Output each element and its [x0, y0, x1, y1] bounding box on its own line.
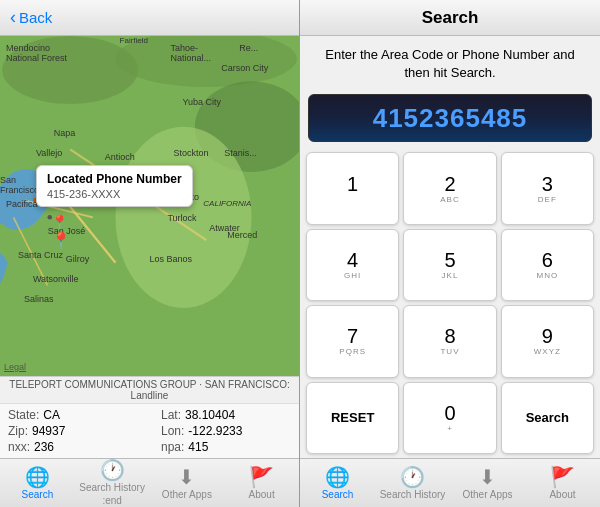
map-popup: Located Phone Number 415-236-XXXX [36, 165, 193, 207]
left-tab-search[interactable]: 🌐 Search [0, 459, 75, 507]
popup-title: Located Phone Number [47, 172, 182, 186]
left-tab-about-icon: 🚩 [249, 467, 274, 487]
back-label: Back [19, 9, 52, 26]
key-0[interactable]: 0 + [403, 382, 496, 454]
map-info-bar: TELEPORT COMMUNICATIONS GROUP · SAN FRAN… [0, 376, 299, 403]
key-9[interactable]: 9 WXYZ [501, 305, 594, 377]
left-tab-about-label: About [249, 489, 275, 500]
zip-label: Zip: [8, 424, 28, 438]
lon-value: -122.9233 [188, 424, 242, 438]
left-tab-otherapps-icon: ⬇ [178, 467, 195, 487]
right-tab-otherapps[interactable]: ⬇ Other Apps [450, 459, 525, 507]
data-row-2: Zip: 94937 Lon: -122.9233 [8, 424, 291, 438]
data-col-nxx: nxx: 236 [8, 440, 138, 454]
numpad: 1 2 ABC 3 DEF 4 GHI 5 JKL 6 MNO 7 PQRS [300, 148, 600, 458]
data-col-state: State: CA [8, 408, 138, 422]
map-pin: 📍 [51, 213, 61, 227]
map-header: ‹ Back [0, 0, 299, 36]
right-tab-otherapps-icon: ⬇ [479, 467, 496, 487]
key-1[interactable]: 1 [306, 152, 399, 224]
left-tab-history-label: Search History [79, 482, 145, 493]
back-button[interactable]: ‹ Back [10, 7, 52, 28]
search-prompt: Enter the Area Code or Phone Number and … [300, 36, 600, 88]
right-tab-otherapps-label: Other Apps [462, 489, 512, 500]
key-7[interactable]: 7 PQRS [306, 305, 399, 377]
left-tab-otherapps[interactable]: ⬇ Other Apps [150, 459, 225, 507]
map-data-grid: State: CA Lat: 38.10404 Zip: 94937 Lon: … [0, 403, 299, 458]
right-tab-about-icon: 🚩 [550, 467, 575, 487]
phone-display: 4152365485 [308, 94, 592, 142]
data-col-lon: Lon: -122.9233 [161, 424, 291, 438]
popup-subtitle: 415-236-XXXX [47, 188, 182, 200]
right-tab-search[interactable]: 🌐 Search [300, 459, 375, 507]
left-tab-history[interactable]: 🕐 Search History :end [75, 459, 150, 507]
zip-value: 94937 [32, 424, 65, 438]
key-6[interactable]: 6 MNO [501, 229, 594, 301]
npa-value: 415 [188, 440, 208, 454]
data-row-1: State: CA Lat: 38.10404 [8, 408, 291, 422]
key-2[interactable]: 2 ABC [403, 152, 496, 224]
right-tab-history[interactable]: 🕐 Search History [375, 459, 450, 507]
back-chevron-icon: ‹ [10, 7, 16, 28]
right-tab-about-label: About [549, 489, 575, 500]
phone-number: 4152365485 [373, 103, 528, 134]
data-col-npa: npa: 415 [161, 440, 291, 454]
right-tab-bar: 🌐 Search 🕐 Search History ⬇ Other Apps 🚩… [300, 458, 600, 507]
map-area[interactable]: MendocinoNational Forest Tahoe-National.… [0, 36, 299, 376]
left-tab-about[interactable]: 🚩 About [224, 459, 299, 507]
right-panel: Search Enter the Area Code or Phone Numb… [300, 0, 600, 507]
state-value: CA [43, 408, 60, 422]
left-tab-otherapps-label: Other Apps [162, 489, 212, 500]
nxx-value: 236 [34, 440, 54, 454]
key-3[interactable]: 3 DEF [501, 152, 594, 224]
npa-label: npa: [161, 440, 184, 454]
data-col-lat: Lat: 38.10404 [161, 408, 291, 422]
data-col-zip: Zip: 94937 [8, 424, 138, 438]
lat-label: Lat: [161, 408, 181, 422]
right-tab-about[interactable]: 🚩 About [525, 459, 600, 507]
right-tab-search-label: Search [322, 489, 354, 500]
right-tab-history-icon: 🕐 [400, 467, 425, 487]
data-row-3: nxx: 236 npa: 415 [8, 440, 291, 454]
lon-label: Lon: [161, 424, 184, 438]
left-panel: ‹ Back [0, 0, 300, 507]
key-reset[interactable]: RESET [306, 382, 399, 454]
key-4[interactable]: 4 GHI [306, 229, 399, 301]
lat-value: 38.10404 [185, 408, 235, 422]
left-tab-bar: 🌐 Search 🕐 Search History :end ⬇ Other A… [0, 458, 299, 507]
nxx-label: nxx: [8, 440, 30, 454]
state-label: State: [8, 408, 39, 422]
key-8[interactable]: 8 TUV [403, 305, 496, 377]
left-tab-search-label: Search [22, 489, 54, 500]
right-title: Search [422, 8, 479, 28]
svg-point-4 [116, 127, 252, 308]
legal-link[interactable]: Legal [4, 362, 26, 372]
right-tab-history-label: Search History [380, 489, 446, 500]
left-tab-history-icon: 🕐 [100, 460, 125, 480]
key-5[interactable]: 5 JKL [403, 229, 496, 301]
info-bar-text: TELEPORT COMMUNICATIONS GROUP · SAN FRAN… [9, 379, 289, 401]
key-search[interactable]: Search [501, 382, 594, 454]
svg-point-1 [2, 36, 138, 104]
left-tab-search-icon: 🌐 [25, 467, 50, 487]
right-tab-search-icon: 🌐 [325, 467, 350, 487]
right-header: Search [300, 0, 600, 36]
